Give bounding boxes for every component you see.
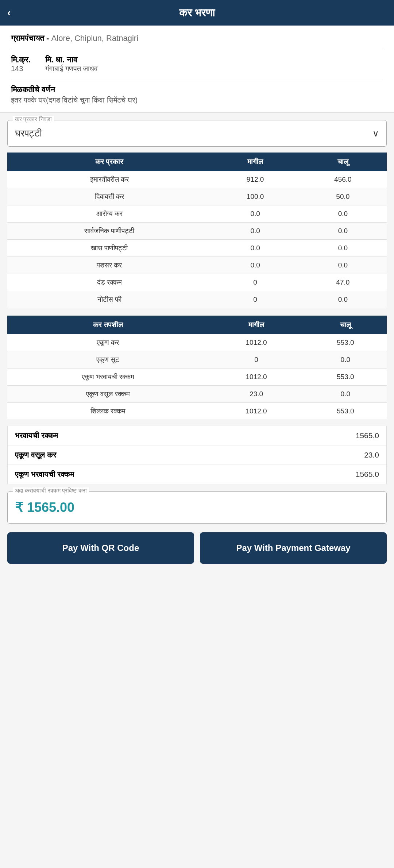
- summary-row-2: एकूण भरवायची रक्कम 1565.0: [8, 465, 386, 484]
- tax-table-section: कर प्रकार मागील चालू इमारतीवरील कर912.04…: [7, 153, 387, 308]
- amount-input-section[interactable]: अदा करावयाची रक्कम प्रविष्ट करा ₹ 1565.0…: [7, 491, 387, 524]
- gram-panchayat-value: Alore, Chiplun, Ratnagiri: [51, 34, 138, 43]
- summary-section: भरवायची रक्कम 1565.0 एकूण वसूल कर 23.0 ए…: [7, 426, 387, 484]
- tax-cell-5-0: पडसर कर: [7, 257, 211, 274]
- gram-panchayat-row: ग्रामपंचायत - Alore, Chiplun, Ratnagiri: [11, 34, 383, 43]
- tax-table-row: नोटीस फी00.0: [7, 291, 387, 308]
- detail-cell-1-0: एकूण सूट: [7, 351, 209, 369]
- summary-value-1: 23.0: [364, 451, 379, 459]
- property-info: मि.क्र. 143 मि. धा. नाव गंगाबाई गणपत जाध…: [11, 55, 383, 73]
- tax-current-col-header: चालू: [299, 153, 387, 171]
- detail-cell-4-1: 1012.0: [209, 403, 304, 420]
- property-number-value: 143: [11, 65, 31, 73]
- summary-value-2: 1565.0: [356, 470, 379, 479]
- tax-cell-2-1: 0.0: [211, 205, 299, 223]
- tax-previous-col-header: मागील: [211, 153, 299, 171]
- tax-type-col-header: कर प्रकार: [7, 153, 211, 171]
- detail-cell-3-2: 0.0: [304, 386, 387, 403]
- summary-value-0: 1565.0: [356, 431, 379, 440]
- page-title: कर भरणा: [179, 7, 215, 19]
- detail-table-header-row: कर तपशील मागील चालू: [7, 316, 387, 334]
- info-section: ग्रामपंचायत - Alore, Chiplun, Ratnagiri …: [0, 26, 394, 113]
- tax-cell-0-0: इमारतीवरील कर: [7, 171, 211, 188]
- detail-table-row: एकूण भरवायची रक्कम1012.0553.0: [7, 369, 387, 386]
- detail-cell-3-0: एकूण वसूल रक्कम: [7, 386, 209, 403]
- property-name-col: मि. धा. नाव गंगाबाई गणपत जाधव: [45, 55, 98, 73]
- dropdown-label: कर प्रकार निवडा: [13, 116, 54, 123]
- tax-cell-2-0: आरोग्य कर: [7, 205, 211, 223]
- pay-gateway-button[interactable]: Pay With Payment Gateway: [200, 532, 387, 564]
- amount-display: ₹ 1565.00: [8, 492, 386, 523]
- detail-table-row: एकूण वसूल रक्कम23.00.0: [7, 386, 387, 403]
- property-number-col: मि.क्र. 143: [11, 55, 31, 73]
- header: ‹ कर भरणा: [0, 0, 394, 26]
- detail-cell-4-2: 553.0: [304, 403, 387, 420]
- tax-table-row: पडसर कर0.00.0: [7, 257, 387, 274]
- detail-table: कर तपशील मागील चालू एकूण कर1012.0553.0एक…: [7, 316, 387, 420]
- tax-cell-6-2: 47.0: [299, 274, 387, 291]
- back-button[interactable]: ‹: [7, 7, 11, 19]
- tax-table-row: दिवाबत्ती कर100.050.0: [7, 188, 387, 205]
- tax-cell-4-2: 0.0: [299, 240, 387, 257]
- summary-row-1: एकूण वसूल कर 23.0: [8, 445, 386, 465]
- summary-label-0: भरवायची रक्कम: [15, 431, 58, 440]
- payment-buttons: Pay With QR Code Pay With Payment Gatewa…: [7, 532, 387, 564]
- property-name-header: मि. धा. नाव: [45, 55, 98, 65]
- tax-table-row: आरोग्य कर0.00.0: [7, 205, 387, 223]
- detail-cell-4-0: शिल्लक रक्कम: [7, 403, 209, 420]
- property-description: मिळकतीचे वर्णन इतर पक्के घर(दगड विटांचे …: [11, 85, 383, 104]
- tax-cell-0-1: 912.0: [211, 171, 299, 188]
- tax-table: कर प्रकार मागील चालू इमारतीवरील कर912.04…: [7, 153, 387, 308]
- detail-cell-1-1: 0: [209, 351, 304, 369]
- tax-cell-6-1: 0: [211, 274, 299, 291]
- detail-type-col-header: कर तपशील: [7, 316, 209, 334]
- tax-cell-2-2: 0.0: [299, 205, 387, 223]
- property-desc-header: मिळकतीचे वर्णन: [11, 85, 383, 94]
- tax-table-header-row: कर प्रकार मागील चालू: [7, 153, 387, 171]
- detail-cell-2-1: 1012.0: [209, 369, 304, 386]
- tax-cell-1-1: 100.0: [211, 188, 299, 205]
- pay-qr-button[interactable]: Pay With QR Code: [7, 532, 194, 564]
- tax-cell-5-1: 0.0: [211, 257, 299, 274]
- tax-cell-4-0: खास पाणीपट्टी: [7, 240, 211, 257]
- tax-type-dropdown[interactable]: कर प्रकार निवडा घरपट्टी ∨: [7, 120, 387, 147]
- detail-cell-0-1: 1012.0: [209, 334, 304, 351]
- tax-cell-7-1: 0: [211, 291, 299, 308]
- detail-cell-3-1: 23.0: [209, 386, 304, 403]
- tax-cell-1-0: दिवाबत्ती कर: [7, 188, 211, 205]
- detail-cell-2-0: एकूण भरवायची रक्कम: [7, 369, 209, 386]
- detail-cell-0-2: 553.0: [304, 334, 387, 351]
- detail-current-col-header: चालू: [304, 316, 387, 334]
- detail-table-row: एकूण सूट00.0: [7, 351, 387, 369]
- detail-cell-2-2: 553.0: [304, 369, 387, 386]
- property-number-header: मि.क्र.: [11, 55, 31, 65]
- tax-cell-7-0: नोटीस फी: [7, 291, 211, 308]
- tax-table-row: सार्वजनिक पाणीपट्टी0.00.0: [7, 223, 387, 240]
- summary-label-1: एकूण वसूल कर: [15, 451, 56, 459]
- tax-table-row: दंड रक्कम047.0: [7, 274, 387, 291]
- tax-cell-4-1: 0.0: [211, 240, 299, 257]
- detail-previous-col-header: मागील: [209, 316, 304, 334]
- tax-cell-3-0: सार्वजनिक पाणीपट्टी: [7, 223, 211, 240]
- tax-cell-6-0: दंड रक्कम: [7, 274, 211, 291]
- property-name-value: गंगाबाई गणपत जाधव: [45, 65, 98, 73]
- detail-cell-0-0: एकूण कर: [7, 334, 209, 351]
- tax-table-row: इमारतीवरील कर912.0456.0: [7, 171, 387, 188]
- amount-input-label: अदा करावयाची रक्कम प्रविष्ट करा: [13, 487, 89, 494]
- tax-cell-3-2: 0.0: [299, 223, 387, 240]
- dropdown-inner[interactable]: घरपट्टी ∨: [8, 120, 386, 146]
- tax-cell-0-2: 456.0: [299, 171, 387, 188]
- tax-cell-1-2: 50.0: [299, 188, 387, 205]
- property-desc-value: इतर पक्के घर(दगड विटांचे चुना किंवा सिमे…: [11, 96, 383, 104]
- tax-cell-5-2: 0.0: [299, 257, 387, 274]
- chevron-down-icon: ∨: [372, 128, 379, 139]
- detail-table-section: कर तपशील मागील चालू एकूण कर1012.0553.0एक…: [7, 316, 387, 420]
- dropdown-value: घरपट्टी: [15, 128, 42, 139]
- gram-panchayat-label: ग्रामपंचायत -: [11, 34, 49, 43]
- detail-table-row: एकूण कर1012.0553.0: [7, 334, 387, 351]
- tax-cell-3-1: 0.0: [211, 223, 299, 240]
- detail-table-row: शिल्लक रक्कम1012.0553.0: [7, 403, 387, 420]
- detail-cell-1-2: 0.0: [304, 351, 387, 369]
- summary-label-2: एकूण भरवायची रक्कम: [15, 470, 74, 479]
- tax-cell-7-2: 0.0: [299, 291, 387, 308]
